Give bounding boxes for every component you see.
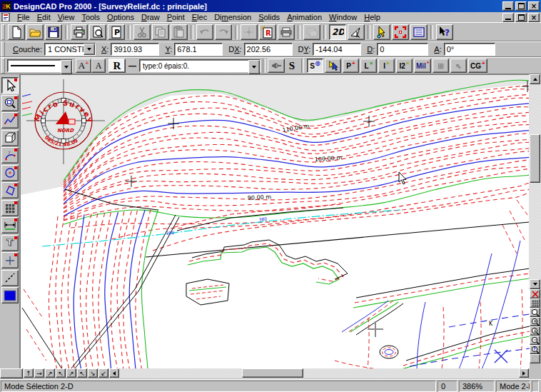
stylebar-grip[interactable]: [1, 58, 5, 74]
line-style-dropdown-arrow[interactable]: [61, 60, 72, 74]
snap-intersection2-button[interactable]: I2×: [396, 59, 413, 73]
selection-cursor-button[interactable]: [373, 24, 390, 40]
zoom-in-button[interactable]: +: [530, 317, 540, 326]
snap-cursor-button[interactable]: [325, 59, 341, 73]
menu-tools[interactable]: Tools: [78, 13, 103, 22]
layer-dropdown-arrow[interactable]: [84, 44, 95, 55]
solid-box-tool[interactable]: [1, 130, 19, 146]
close-button[interactable]: ×: [528, 1, 540, 11]
snap-gridpoint-button[interactable]: ⊞: [433, 59, 449, 73]
print-preview-button[interactable]: [89, 24, 106, 40]
undo-button[interactable]: [196, 24, 213, 40]
view-top-button[interactable]: ↑: [24, 368, 34, 378]
drawing-canvas[interactable]: Micro Survey085/21.48.09NORD110,00 m100,…: [20, 74, 530, 369]
s-tool-label[interactable]: S: [285, 60, 299, 72]
child-close-button[interactable]: ×: [528, 13, 540, 22]
hatch-tool[interactable]: [1, 200, 19, 216]
toolbar-grip[interactable]: [1, 24, 5, 40]
snap-line-button[interactable]: L×: [360, 59, 377, 73]
x-field[interactable]: 3910.93: [111, 43, 159, 56]
menu-point[interactable]: Point: [163, 13, 188, 22]
menu-draw[interactable]: Draw: [138, 13, 163, 22]
child-restore-button[interactable]: [515, 13, 527, 22]
zoom-tool[interactable]: [1, 95, 19, 111]
menu-solids[interactable]: Solids: [255, 13, 283, 22]
arc-tool[interactable]: ?: [1, 147, 19, 164]
horizontal-scroll-thumb[interactable]: [242, 368, 303, 378]
color-swatch[interactable]: [1, 287, 19, 303]
menu-animation[interactable]: Animation: [283, 13, 325, 22]
a-field[interactable]: 0°: [444, 43, 495, 56]
snap-point-button[interactable]: P+: [343, 59, 359, 73]
mode-2d-button[interactable]: 2D: [329, 24, 346, 40]
font-size-up-button[interactable]: A+: [76, 59, 91, 73]
view-iso3-button[interactable]: ↗: [66, 368, 76, 378]
point-tool[interactable]: [1, 252, 19, 268]
child-window-icon[interactable]: [1, 13, 11, 21]
layer-combo[interactable]: 1 CONSTR: [44, 43, 96, 56]
zoom-previous-button[interactable]: ↓: [530, 326, 540, 336]
view-iso5-button[interactable]: ↘: [88, 368, 98, 378]
menu-dimension[interactable]: Dimension: [211, 13, 255, 22]
restore-button[interactable]: [515, 1, 527, 11]
new-button[interactable]: [8, 24, 25, 40]
line-style-tool[interactable]: [1, 270, 19, 286]
copy-button[interactable]: [152, 24, 169, 40]
print-button[interactable]: [71, 24, 88, 40]
plot-button[interactable]: [278, 24, 295, 40]
announce-button[interactable]: [268, 59, 285, 73]
scroll-down-button[interactable]: [530, 279, 540, 289]
snap-s-button[interactable]: S◎: [307, 59, 323, 73]
move-point-button[interactable]: [241, 24, 258, 40]
dy-field[interactable]: -144.04: [313, 43, 361, 56]
vertical-scroll-thumb[interactable]: [530, 134, 540, 183]
minimize-button[interactable]: [502, 1, 514, 11]
zoom-out-button[interactable]: −: [530, 336, 540, 345]
context-help-button[interactable]: ?: [436, 24, 453, 40]
snap-midpoint-button[interactable]: Mil*: [414, 59, 431, 73]
line-type-combo[interactable]: type:0 épais:0.: [139, 59, 261, 72]
paste-button[interactable]: [171, 24, 188, 40]
scroll-right-button[interactable]: [519, 368, 529, 378]
polyline-tool[interactable]: [1, 112, 19, 129]
coordbar-grip[interactable]: [1, 41, 5, 57]
circle-tool[interactable]: [1, 165, 19, 181]
ghost-button[interactable]: [303, 24, 320, 40]
redo-button[interactable]: [215, 24, 232, 40]
view-iso4-button[interactable]: ↖: [77, 368, 87, 378]
vertical-scrollbar[interactable]: [529, 74, 541, 289]
scroll-up-button[interactable]: [530, 74, 540, 84]
view-iso1-button[interactable]: ↗: [45, 368, 55, 378]
save-button[interactable]: [45, 24, 62, 40]
polygon-tool[interactable]: [1, 182, 19, 198]
zoom-disabled-button[interactable]: [530, 354, 540, 363]
view-right-button[interactable]: →: [34, 368, 44, 378]
snap-intersection-button[interactable]: I×: [378, 59, 395, 73]
menu-help[interactable]: Help: [360, 13, 384, 22]
menu-options[interactable]: Options: [103, 13, 138, 22]
cut-button[interactable]: [133, 24, 151, 40]
font-button[interactable]: A: [91, 59, 106, 73]
dx-field[interactable]: 202.56: [244, 43, 293, 56]
close-view-button[interactable]: [530, 289, 540, 298]
info-box-button[interactable]: [410, 24, 428, 40]
menu-edit[interactable]: Edit: [34, 13, 54, 22]
zoom-extents-button[interactable]: ?: [530, 345, 540, 354]
view-iso6-button[interactable]: ↙: [98, 368, 108, 378]
line-type-dropdown-arrow[interactable]: [248, 60, 260, 74]
select-area-button[interactable]: [392, 24, 409, 40]
record-macro-button[interactable]: R: [259, 24, 276, 40]
menu-elec[interactable]: Elec: [188, 13, 211, 22]
snap-gravity-center-button[interactable]: CG+: [468, 59, 487, 73]
menu-file[interactable]: File: [14, 13, 34, 22]
select-tool[interactable]: [1, 77, 19, 94]
view-iso2-button[interactable]: ↖: [56, 368, 66, 378]
map-canvas[interactable]: Micro Survey085/21.48.09NORD110,00 m100,…: [21, 75, 530, 369]
horizontal-scrollbar[interactable]: [109, 368, 529, 378]
text-tool[interactable]: TT: [1, 235, 19, 251]
grid-toggle-button[interactable]: [530, 298, 540, 308]
scroll-left-button[interactable]: [109, 368, 119, 378]
snap-cursorpos-button[interactable]: ⇖: [450, 59, 467, 73]
d-field[interactable]: 0: [377, 43, 428, 56]
rich-text-button[interactable]: R: [108, 59, 126, 73]
